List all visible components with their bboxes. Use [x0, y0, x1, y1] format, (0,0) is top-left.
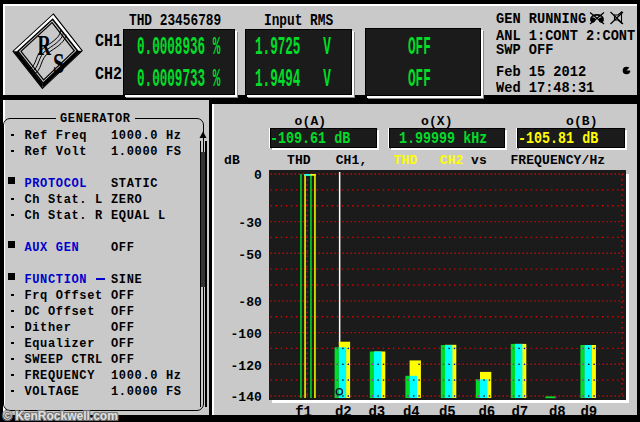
svg-text:S: S [53, 48, 64, 79]
svg-text:R: R [38, 29, 52, 61]
